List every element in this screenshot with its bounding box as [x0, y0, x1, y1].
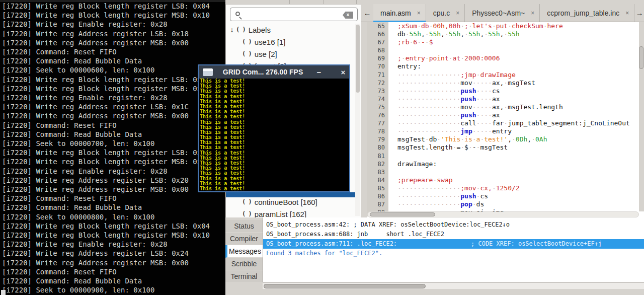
- tree-item-label: use [2]: [255, 50, 277, 58]
- message-row[interactable]: OS_boot_process.asm:42: ; DATA XREF: osS…: [263, 220, 644, 230]
- editor-tab-bar: ← main.asm×cpu.c×Physsec0~Asm~×ccprom_ju…: [361, 4, 644, 22]
- code-line: 79msgTest·db·'This·is·a·test!',·0Dh,·0Ah: [367, 135, 644, 143]
- panel-tab-status[interactable]: Status: [225, 220, 263, 233]
- line-number: 68: [367, 46, 388, 54]
- code-text: ················push····cs: [388, 87, 500, 95]
- tree-item[interactable]: ( )use16 [1]: [226, 36, 355, 48]
- terminal-line: [i7220] Command: Reset FIFO: [2, 194, 225, 203]
- line-number: 72: [367, 79, 388, 87]
- messages-hscrollbar-thumb[interactable]: [264, 284, 426, 288]
- code-line: 84;prepeare·swap: [367, 176, 644, 184]
- code-line: 65;xSum·db·00h,00h·;·let's·put·checkSum·…: [367, 22, 644, 30]
- line-number: 86: [367, 192, 388, 200]
- terminal-cursor: [1, 290, 6, 295]
- code-text: ················push·cs: [388, 192, 488, 200]
- code-text: [388, 46, 397, 54]
- tree-item[interactable]: ↓( )Labels: [226, 24, 355, 36]
- code-text: ················;jmp·drawImage: [388, 71, 516, 79]
- terminal-line: [i7220] Command: Reset FIFO: [2, 267, 225, 276]
- editor-hscrollbar-thumb[interactable]: [370, 212, 435, 216]
- terminal-line: [i7220] Seek to 00000700, len: 0x100: [2, 139, 225, 148]
- editor-tab-main-asm[interactable]: main.asm×: [373, 4, 426, 22]
- code-text: [388, 168, 397, 176]
- minimize-icon[interactable]: −: [313, 68, 325, 77]
- code-line: 66db·55h,·55h,·55h,·55h,·55h,·55h: [367, 30, 644, 38]
- message-row[interactable]: OS_boot_process.asm:688: jnb short .loc_…: [263, 230, 644, 239]
- terminal-output: [i7220] Write reg Block length register …: [2, 2, 225, 295]
- code-text: ················call····far·jump_table_s…: [388, 119, 630, 127]
- terminal-line: [i7220] Write reg Block length register …: [2, 222, 225, 231]
- close-icon[interactable]: ×: [337, 68, 349, 77]
- terminal-line: [i7220] Write reg Address register LSB: …: [2, 249, 225, 258]
- code-text: ················mov·····ax,·msgTest: [388, 79, 535, 87]
- editor-vscrollbar-thumb[interactable]: [639, 46, 643, 69]
- tree-item[interactable]: ( )continueBoot [160]: [226, 196, 355, 208]
- line-number: 66: [367, 30, 388, 38]
- grid-window-output: This is a test!This is a test!This is a …: [200, 79, 349, 191]
- editor-tabs: main.asm×cpu.c×Physsec0~Asm~×ccprom_jump…: [373, 4, 634, 22]
- panel-tab-compiler[interactable]: Compiler: [225, 233, 263, 245]
- line-number: 69: [367, 54, 388, 62]
- message-text: OS_boot_process.asm:688: jnb short .loc_…: [266, 231, 444, 238]
- top-strip-divider: [323, 0, 324, 4]
- grid-window-titlebar[interactable]: GRID Com... 276.00 FPS − ×: [199, 65, 349, 79]
- code-line: 77················call····far·jump_table…: [367, 119, 644, 127]
- message-row[interactable]: Found 3 matches for "loc_FECE2".: [263, 249, 644, 258]
- collapse-arrow-icon[interactable]: ↓: [228, 26, 236, 34]
- message-row-selected[interactable]: OS_boot_process.asm:711: .loc_FECE2:; CO…: [263, 239, 644, 249]
- messages-list: OS_boot_process.asm:42: ; DATA XREF: osS…: [263, 217, 644, 282]
- code-text: ················;mov·cx,·1250/2: [388, 184, 520, 192]
- log-terminal[interactable]: [i7220] Write reg Block length register …: [0, 0, 225, 295]
- tab-close-icon[interactable]: ×: [417, 10, 421, 17]
- tab-scroll-left-icon[interactable]: ←: [361, 4, 373, 22]
- label-icon: ( ): [242, 198, 252, 205]
- line-number: 71: [367, 71, 388, 79]
- grid-window-title: GRID Com... 276.00 FPS: [213, 68, 313, 76]
- editor-tab-label: ccprom_jump_table.inc: [547, 9, 619, 17]
- code-text: ················push····ax: [388, 111, 500, 119]
- tab-close-icon[interactable]: ×: [456, 10, 459, 17]
- line-number: 70: [367, 62, 388, 70]
- code-line: 76················push····ax: [367, 111, 644, 119]
- tree-scrollbar: [355, 24, 360, 216]
- terminal-line: [i7220] Write reg Address register MSB: …: [2, 258, 225, 267]
- search-input[interactable]: [246, 9, 340, 20]
- grid-output-line: This is a test!: [200, 114, 349, 119]
- clear-search-icon[interactable]: ×: [343, 12, 353, 19]
- terminal-line: [i7220] Write reg Block length register …: [2, 157, 225, 166]
- panel-tab-terminal[interactable]: Terminal: [225, 270, 263, 283]
- panel-tab-scribble[interactable]: Scribble: [225, 258, 263, 270]
- tab-close-icon[interactable]: ×: [531, 10, 534, 17]
- tree-scrollbar-thumb[interactable]: [356, 25, 360, 93]
- terminal-line: [i7220] Seek to 00000800, len: 0x100: [2, 212, 225, 222]
- code-line: 71················;jmp·drawImage: [367, 71, 644, 79]
- editor-tab-label: main.asm: [380, 9, 411, 17]
- label-icon: ( ): [242, 50, 252, 57]
- code-text: ················mov·····ax,·msgTest.leng…: [388, 103, 563, 111]
- message-text: OS_boot_process.asm:711: .loc_FECE2:: [266, 240, 397, 247]
- terminal-line: [i7220] Write reg Enable register: 0x28: [2, 167, 225, 176]
- code-editor[interactable]: 65;xSum·db·00h,00h·;·let's·put·checkSum·…: [367, 22, 644, 217]
- code-text: ················jmp·····entry: [388, 127, 512, 135]
- line-number: 76: [367, 111, 388, 119]
- grid-com-window: GRID Com... 276.00 FPS − × This is a tes…: [198, 64, 350, 192]
- editor-tab-ccprom-jump-table-inc[interactable]: ccprom_jump_table.inc×: [540, 4, 634, 22]
- panel-tab-messages[interactable]: Messages: [225, 245, 263, 258]
- tab-close-icon[interactable]: ×: [625, 10, 629, 17]
- terminal-line: [i7220] Command: Reset FIFO: [2, 121, 225, 130]
- tab-scroll-right-icon[interactable]: →: [635, 4, 644, 22]
- code-line: 86················push·cs: [367, 192, 644, 200]
- line-number: 67: [367, 38, 388, 46]
- line-number: 65: [367, 22, 388, 30]
- code-line: 74················push····ax: [367, 95, 644, 103]
- editor-tab-label: cpu.c: [433, 9, 450, 17]
- line-number: 73: [367, 87, 388, 95]
- editor-tab-cpu-c[interactable]: cpu.c×: [426, 4, 465, 22]
- tree-item[interactable]: ( )use [2]: [226, 48, 355, 60]
- window-icon: [203, 68, 213, 76]
- terminal-line: [i7220] Write reg Enable register: 0x28: [2, 93, 225, 102]
- code-text: ;xSum·db·00h,00h·;·let's·put·checkSum·he…: [388, 22, 563, 30]
- grid-output-line: This is a test!: [200, 186, 349, 191]
- code-text: ;prepeare·swap: [388, 176, 453, 184]
- editor-tab-physsec0-asm-[interactable]: Physsec0~Asm~×: [465, 4, 540, 22]
